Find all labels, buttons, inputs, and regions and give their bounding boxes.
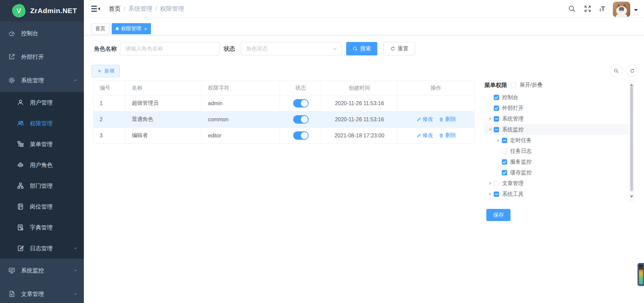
- tree-node-系统管理[interactable]: 系统管理: [484, 114, 629, 124]
- menu-permissions-panel: 菜单权限 展开/折叠 控制台外部打开系统管理系统监控定时任务任务日志服务监控缓存…: [484, 81, 639, 226]
- cell-role-name: 普通角色: [126, 112, 202, 128]
- sidebar-item-article-admin[interactable]: 文章管理: [0, 282, 84, 303]
- edit-role-link[interactable]: 修改: [416, 116, 433, 123]
- expander-placeholder: [487, 105, 493, 111]
- tree-table-icon: [17, 140, 24, 148]
- sidebar-item-dashboard[interactable]: 控制台: [0, 21, 84, 45]
- chevron-down-icon: [73, 292, 78, 296]
- tree-checkbox-unchecked[interactable]: [502, 148, 507, 154]
- tab-首页[interactable]: 首页: [91, 23, 109, 34]
- tree-checkbox-indeterminate[interactable]: [494, 127, 499, 132]
- tree-node-label: 控制台: [502, 94, 518, 101]
- sidebar-item-external-open[interactable]: 外部打开: [0, 45, 84, 69]
- expand-collapse-label[interactable]: 展开/折叠: [520, 82, 542, 89]
- chevron-down-icon: [73, 268, 78, 273]
- sidebar-item-user-role[interactable]: 用户角色: [0, 155, 84, 175]
- sidebar-item-dict-admin[interactable]: 字典管理: [0, 217, 84, 238]
- search-icon[interactable]: [568, 5, 576, 13]
- delete-role-link[interactable]: 删除: [439, 116, 456, 123]
- add-button[interactable]: 新增: [92, 65, 120, 77]
- tree-node-控制台[interactable]: 控制台: [484, 92, 629, 103]
- tree-node-label: 任务日志: [510, 148, 532, 155]
- plus-icon: [97, 69, 102, 74]
- status-toggle[interactable]: [293, 99, 309, 107]
- font-size-icon[interactable]: tT: [599, 5, 605, 12]
- tree-node-文章管理[interactable]: 文章管理: [484, 178, 629, 189]
- role-name-input[interactable]: [120, 42, 220, 55]
- expand-collapse-checkbox[interactable]: [511, 83, 516, 88]
- scroll-up-arrow-icon[interactable]: [630, 82, 633, 86]
- sidebar-item-dept-admin[interactable]: 部门管理: [0, 175, 84, 196]
- status-select[interactable]: 角色状态: [241, 42, 342, 55]
- tree-scrollbar[interactable]: [629, 81, 634, 201]
- avatar-dropdown-caret[interactable]: [634, 9, 638, 13]
- expander-expanded-icon[interactable]: [487, 127, 493, 133]
- tree-checkbox-unchecked[interactable]: [494, 181, 499, 186]
- robot-icon: [17, 161, 24, 169]
- external-link-icon: [8, 53, 15, 60]
- refresh-table-button[interactable]: [626, 64, 638, 77]
- app-title: ZrAdmin.NET: [30, 7, 77, 15]
- tree-checkbox-indeterminate[interactable]: [494, 116, 499, 122]
- tree-checkbox-indeterminate[interactable]: [502, 138, 507, 143]
- sidebar-item-system-monitor[interactable]: 系统监控: [0, 259, 84, 282]
- scrollbar-thumb[interactable]: [630, 86, 633, 191]
- sidebar-item-user-admin[interactable]: 用户管理: [0, 92, 84, 113]
- status-toggle[interactable]: [293, 131, 309, 140]
- browser-extension-widget[interactable]: [638, 263, 644, 286]
- tree-node-缓存监控[interactable]: 缓存监控: [484, 167, 629, 178]
- expander-collapsed-icon[interactable]: [487, 116, 493, 122]
- chevron-up-icon: [73, 78, 78, 83]
- sidebar-item-label: 外部打开: [21, 53, 44, 61]
- sidebar-item-label: 岗位管理: [30, 203, 53, 211]
- table-toolbar: [610, 64, 638, 77]
- search-toggle-button[interactable]: [610, 64, 622, 77]
- sidebar-item-role-admin[interactable]: 权限管理: [0, 113, 84, 134]
- tree-node-定时任务[interactable]: 定时任务: [484, 135, 629, 146]
- reset-button[interactable]: 重置: [383, 42, 415, 55]
- scroll-down-arrow-icon[interactable]: [630, 196, 633, 200]
- tree-checkbox-indeterminate[interactable]: [494, 191, 499, 197]
- tree-checkbox-checked[interactable]: [502, 170, 507, 175]
- column-header: 编号: [94, 81, 126, 95]
- tree-node-系统工具[interactable]: 系统工具: [484, 189, 629, 200]
- delete-role-link[interactable]: 删除: [439, 132, 456, 139]
- expander-collapsed-icon[interactable]: [495, 137, 501, 143]
- expander-collapsed-icon[interactable]: [487, 191, 493, 197]
- save-button[interactable]: 保存: [486, 209, 511, 221]
- sidebar-item-log-admin[interactable]: 日志管理: [0, 238, 84, 259]
- avatar[interactable]: [613, 2, 630, 17]
- breadcrumb-item[interactable]: 系统管理: [128, 5, 152, 13]
- tree-checkbox-checked[interactable]: [494, 105, 499, 111]
- status-toggle[interactable]: [293, 115, 309, 124]
- tree-checkbox-checked[interactable]: [494, 95, 499, 100]
- sidebar-item-system-admin[interactable]: 系统管理: [0, 69, 84, 92]
- tree-checkbox-checked[interactable]: [502, 159, 507, 165]
- expander-collapsed-icon[interactable]: [487, 180, 493, 186]
- cell-perm-key: admin: [202, 95, 280, 112]
- tree-node-任务日志[interactable]: 任务日志: [484, 146, 629, 157]
- tree-node-服务监控[interactable]: 服务监控: [484, 157, 629, 167]
- tree-node-label: 系统工具: [502, 191, 524, 198]
- sidebar-item-post-admin[interactable]: 岗位管理: [0, 196, 84, 217]
- tab-close-icon[interactable]: ×: [144, 27, 147, 31]
- tab-权限管理[interactable]: 权限管理×: [112, 23, 151, 34]
- menu-permissions-title: 菜单权限: [484, 81, 507, 89]
- tree-node-外部打开[interactable]: 外部打开: [484, 103, 629, 114]
- search-button[interactable]: 搜索: [346, 42, 377, 55]
- sidebar-item-label: 系统监控: [21, 267, 44, 274]
- sidebar-item-menu-admin[interactable]: 菜单管理: [0, 134, 84, 155]
- sidebar-item-label: 用户角色: [30, 161, 53, 169]
- tab-label: 权限管理: [121, 26, 141, 32]
- fullscreen-icon[interactable]: [584, 5, 592, 13]
- dictionary-icon: [17, 224, 24, 231]
- breadcrumb-item[interactable]: 首页: [109, 5, 121, 13]
- tree-node-系统监控[interactable]: 系统监控: [484, 124, 629, 135]
- app-logo[interactable]: V ZrAdmin.NET: [0, 0, 84, 21]
- tree-node-label: 系统管理: [502, 116, 524, 123]
- edit-role-link[interactable]: 修改: [416, 132, 433, 139]
- logo-icon: V: [12, 4, 25, 17]
- hamburger-button[interactable]: [91, 5, 100, 12]
- column-header: 权限字符: [202, 81, 280, 95]
- chevron-down-icon: [332, 46, 337, 51]
